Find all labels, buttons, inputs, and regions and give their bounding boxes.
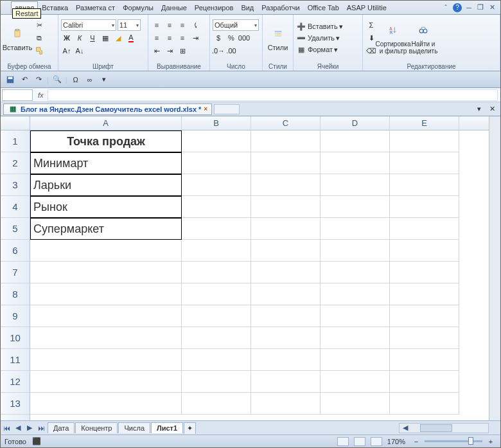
cut-button[interactable]: ✂ xyxy=(33,19,45,31)
underline-button[interactable]: Ч xyxy=(87,32,98,44)
cell[interactable] xyxy=(251,130,321,152)
cell[interactable] xyxy=(251,305,321,327)
cell[interactable] xyxy=(251,262,321,283)
currency-button[interactable]: $ xyxy=(213,32,224,44)
align-bottom[interactable]: ≡ xyxy=(177,19,188,31)
tab-pagelayout[interactable]: Разметка ст xyxy=(72,1,119,14)
cell[interactable] xyxy=(251,393,321,415)
number-format-select[interactable]: Общий▾ xyxy=(213,19,259,31)
cell[interactable] xyxy=(321,327,390,349)
row-header[interactable]: 6 xyxy=(1,240,30,262)
view-pagelayout-button[interactable] xyxy=(354,437,365,446)
row-header[interactable]: 9 xyxy=(1,305,30,327)
cell[interactable] xyxy=(30,240,182,262)
cell-A1[interactable]: Точка продаж xyxy=(30,130,182,152)
tab-insert[interactable]: Вставка xyxy=(38,1,72,14)
fillcolor-button[interactable]: ◢ xyxy=(112,32,124,44)
cell[interactable] xyxy=(182,349,251,371)
horizontal-scrollbar[interactable]: ◀ xyxy=(399,423,489,433)
sheet-tab-active[interactable]: Лист1 xyxy=(151,422,183,433)
row-header[interactable]: 8 xyxy=(1,283,30,305)
macro-record-icon[interactable]: ⬛ xyxy=(31,436,42,447)
cell[interactable] xyxy=(251,349,321,371)
cell[interactable] xyxy=(182,305,251,327)
col-header-A[interactable]: A xyxy=(30,116,182,130)
cell[interactable] xyxy=(182,240,251,262)
comma-button[interactable]: 000 xyxy=(238,32,250,44)
format-cells-button[interactable]: ▦Формат▾ xyxy=(296,44,343,55)
cell[interactable] xyxy=(182,196,251,218)
paste-button[interactable]: Вставить xyxy=(3,16,31,60)
cell[interactable] xyxy=(321,305,390,327)
delete-cells-button[interactable]: ➖Удалить▾ xyxy=(296,33,343,43)
window-close-icon[interactable]: ✕ xyxy=(488,3,497,12)
cell[interactable] xyxy=(390,262,459,283)
cell[interactable] xyxy=(321,218,390,240)
new-tab-button[interactable] xyxy=(214,104,240,114)
cell[interactable] xyxy=(321,240,390,262)
merge-button[interactable]: ⊞ xyxy=(177,45,188,57)
cell[interactable] xyxy=(251,283,321,305)
decrease-font-button[interactable]: A↓ xyxy=(74,45,85,57)
font-name-select[interactable]: Calibri▾ xyxy=(61,19,116,31)
align-middle[interactable]: ≡ xyxy=(164,19,175,31)
row-header[interactable]: 10 xyxy=(1,327,30,349)
cell[interactable] xyxy=(321,349,390,371)
cell-A4[interactable]: Рынок xyxy=(30,196,182,218)
sort-filter-button[interactable]: АЯ Сортировка и фильтр xyxy=(379,16,407,60)
help-icon[interactable]: ? xyxy=(453,3,462,12)
cell[interactable] xyxy=(390,327,459,349)
vertical-scrollbar[interactable] xyxy=(489,116,500,420)
formula-input[interactable] xyxy=(48,89,498,101)
cell[interactable] xyxy=(182,262,251,283)
sheet-tab[interactable]: Числа xyxy=(118,422,150,433)
print-preview-button[interactable]: 🔍 xyxy=(51,74,63,85)
cell[interactable] xyxy=(182,152,251,174)
italic-button[interactable]: К xyxy=(74,32,85,44)
tab-asap[interactable]: ASAP Utilitie xyxy=(343,1,391,14)
cell[interactable] xyxy=(251,196,321,218)
cell[interactable] xyxy=(182,130,251,152)
sheet-nav-first[interactable]: ⏮ xyxy=(1,422,12,434)
increase-indent[interactable]: ⇥ xyxy=(164,45,175,57)
row-header[interactable]: 2 xyxy=(1,152,30,174)
row-header[interactable]: 11 xyxy=(1,349,30,371)
align-top[interactable]: ≡ xyxy=(151,19,163,31)
cell[interactable] xyxy=(321,174,390,196)
find-select-button[interactable]: Найти и выделить xyxy=(409,16,437,60)
row-header[interactable]: 5 xyxy=(1,218,30,240)
cell[interactable] xyxy=(390,218,459,240)
name-box[interactable] xyxy=(2,89,33,101)
row-header[interactable]: 1 xyxy=(1,130,30,152)
decrease-indent[interactable]: ⇤ xyxy=(151,45,163,57)
view-normal-button[interactable] xyxy=(337,437,349,446)
redo-button[interactable]: ↷ xyxy=(33,74,44,85)
cell[interactable] xyxy=(251,371,321,393)
cell[interactable] xyxy=(182,371,251,393)
cell[interactable] xyxy=(390,371,459,393)
border-button[interactable]: ▦ xyxy=(100,32,111,44)
align-left[interactable]: ≡ xyxy=(151,32,163,44)
view-pagebreak-button[interactable] xyxy=(371,437,382,446)
cell[interactable] xyxy=(251,240,321,262)
cell-A2[interactable]: Минимарт xyxy=(30,152,182,174)
cell[interactable] xyxy=(30,262,182,283)
cell[interactable] xyxy=(390,393,459,415)
window-restore-icon[interactable]: ❐ xyxy=(476,3,485,12)
increase-decimal[interactable]: .0→ xyxy=(213,45,224,57)
cell[interactable] xyxy=(182,283,251,305)
cell[interactable] xyxy=(182,393,251,415)
autosum-button[interactable]: Σ xyxy=(365,19,377,31)
close-tab-icon[interactable]: × xyxy=(204,105,207,112)
tabs-close[interactable]: ✕ xyxy=(486,103,498,115)
cell[interactable] xyxy=(251,218,321,240)
cell[interactable] xyxy=(390,283,459,305)
bold-button[interactable]: Ж xyxy=(61,32,73,44)
cell[interactable] xyxy=(321,283,390,305)
cell[interactable] xyxy=(321,262,390,283)
cell[interactable] xyxy=(30,349,182,371)
decrease-decimal[interactable]: .00 xyxy=(225,45,237,57)
qat-dropdown[interactable]: ▾ xyxy=(98,74,110,85)
cell[interactable] xyxy=(30,327,182,349)
cell[interactable] xyxy=(182,327,251,349)
